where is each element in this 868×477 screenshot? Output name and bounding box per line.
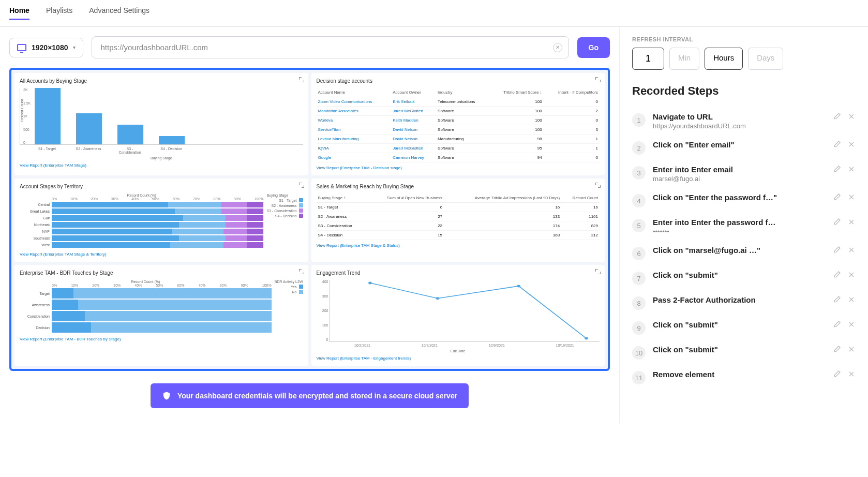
step-item[interactable]: 7Click on "submit" <box>632 265 856 290</box>
step-number: 5 <box>632 219 646 232</box>
line-chart: 4003002001000 <box>329 280 600 342</box>
edit-icon[interactable] <box>833 370 841 378</box>
step-title: Navigate to URL <box>653 112 826 121</box>
clear-url-icon[interactable]: ✕ <box>553 43 562 52</box>
close-icon[interactable] <box>847 295 856 304</box>
step-subtitle: marsel@fugo.ai <box>653 175 826 183</box>
shield-icon <box>162 391 171 401</box>
refresh-unit-hours[interactable]: Hours <box>705 48 743 70</box>
close-icon[interactable] <box>847 370 856 378</box>
go-button[interactable]: Go <box>577 37 610 58</box>
view-report-link[interactable]: View Report (Enterprise TAM Stage) <box>20 163 303 168</box>
expand-icon[interactable] <box>299 183 304 188</box>
close-icon[interactable] <box>847 165 856 173</box>
svg-point-2 <box>517 285 520 287</box>
close-icon[interactable] <box>847 112 856 121</box>
edit-icon[interactable] <box>833 140 841 148</box>
nav-advanced-settings[interactable]: Advanced Settings <box>89 6 149 20</box>
nav-playlists[interactable]: Playlists <box>46 6 72 20</box>
view-report-link[interactable]: View Report (Enterprise TAM - Engagement… <box>317 356 600 361</box>
expand-icon[interactable] <box>299 269 304 274</box>
step-item[interactable]: 4Click on "Enter the password f…" <box>632 188 856 213</box>
refresh-unit-min[interactable]: Min <box>669 48 699 70</box>
card-all-accounts-by-stage: All Accounts by Buying Stage 2K1.5K1K500… <box>14 73 308 175</box>
dashboard-preview: All Accounts by Buying Stage 2K1.5K1K500… <box>9 68 610 371</box>
step-item[interactable]: 10Click on "submit" <box>632 340 856 365</box>
expand-icon[interactable] <box>595 269 601 274</box>
close-icon[interactable] <box>847 320 856 329</box>
resolution-select[interactable]: 1920×1080 ▾ <box>9 38 83 57</box>
step-item[interactable]: 8Pass 2-Factor Authorization <box>632 290 856 315</box>
step-item[interactable]: 3Enter into Enter emailmarsel@fugo.ai <box>632 160 856 188</box>
step-number: 3 <box>632 166 646 180</box>
step-item[interactable]: 5Enter into Enter the password f…••••••• <box>632 213 856 241</box>
reach-table: Buying Stage ↑Sum of # Open New Business… <box>317 193 600 240</box>
right-panel: REFRESH INTERVAL Min Hours Days Recorded… <box>620 27 868 424</box>
edit-icon[interactable] <box>833 271 841 279</box>
step-item[interactable]: 9Click on "submit" <box>632 315 856 340</box>
steps-list: 1Navigate to URLhttps://yourdashboardURL… <box>632 107 856 390</box>
view-report-link[interactable]: View Report (Enterprise TAM - BDR Touche… <box>20 337 303 341</box>
step-number: 7 <box>632 272 646 285</box>
step-title: Click on "submit" <box>653 271 826 279</box>
url-input[interactable] <box>100 43 547 52</box>
nav-home[interactable]: Home <box>9 6 29 20</box>
edit-icon[interactable] <box>833 295 841 304</box>
banner-text: Your dashboard credentials will be encry… <box>177 392 457 400</box>
step-title: Click on "Enter the password f…" <box>653 193 826 202</box>
step-subtitle: ••••••• <box>653 228 826 235</box>
view-report-link[interactable]: View Report (Enterprise TAM Stage & Stat… <box>317 243 600 248</box>
card-title: Account Stages by Territory <box>20 184 303 189</box>
view-report-link[interactable]: View Report (Enterprise TAM Stage & Terr… <box>20 252 303 257</box>
step-number: 1 <box>632 113 646 127</box>
expand-icon[interactable] <box>595 77 601 82</box>
accounts-table: Account NameAccount OwnerIndustryTriblio… <box>317 88 600 162</box>
resolution-value: 1920×1080 <box>32 43 68 52</box>
refresh-value-input[interactable] <box>632 48 664 70</box>
close-icon[interactable] <box>847 271 856 279</box>
step-title: Click on "Enter email" <box>653 140 826 149</box>
edit-icon[interactable] <box>833 345 841 353</box>
close-icon[interactable] <box>847 140 856 148</box>
edit-icon[interactable] <box>833 320 841 329</box>
x-axis-labels: S1 - TargetS2 - AwarenessS3 - Considerat… <box>20 147 303 154</box>
x-axis-labels: 10/2/202110/3/202110/9/202110/16/2021 <box>329 344 600 347</box>
step-title: Enter into Enter email <box>653 165 826 174</box>
edit-icon[interactable] <box>833 218 841 226</box>
step-item[interactable]: 6Click on "marsel@fugo.ai …" <box>632 241 856 265</box>
expand-icon[interactable] <box>595 183 601 188</box>
top-nav: Home Playlists Advanced Settings <box>0 0 868 27</box>
axis-title: Record Count (%) <box>20 280 272 284</box>
step-item[interactable]: 2Click on "Enter email" <box>632 135 856 160</box>
card-account-stages-by-territory: Account Stages by Territory Record Count… <box>14 178 308 262</box>
card-title: All Accounts by Buying Stage <box>20 78 303 84</box>
edit-icon[interactable] <box>833 193 841 201</box>
card-title: Engagement Trend <box>317 270 600 276</box>
step-item[interactable]: 11Remove element <box>632 365 856 390</box>
card-title: Sales & Marketing Reach by Buying Stage <box>317 184 600 189</box>
axis-title: Record Count (%) <box>20 193 264 197</box>
close-icon[interactable] <box>847 193 856 201</box>
svg-point-0 <box>368 281 372 284</box>
edit-icon[interactable] <box>833 165 841 173</box>
svg-point-3 <box>585 337 588 340</box>
step-number: 10 <box>632 346 646 360</box>
step-title: Pass 2-Factor Authorization <box>653 295 826 304</box>
card-engagement-trend: Engagement Trend 4003002001000 10/2/2021… <box>311 265 605 366</box>
step-title: Enter into Enter the password f… <box>653 218 826 227</box>
url-field[interactable]: ✕ <box>92 36 568 58</box>
step-item[interactable]: 1Navigate to URLhttps://yourdashboardURL… <box>632 107 856 135</box>
close-icon[interactable] <box>847 246 856 254</box>
edit-icon[interactable] <box>833 112 841 121</box>
view-report-link[interactable]: View Report (Enterprise TAM - Decision s… <box>317 166 600 170</box>
close-icon[interactable] <box>847 345 856 353</box>
expand-icon[interactable] <box>299 77 304 82</box>
card-decision-stage-accounts: Decision stage accounts Account NameAcco… <box>311 73 605 175</box>
step-title: Click on "submit" <box>653 345 826 354</box>
refresh-unit-days[interactable]: Days <box>748 48 783 70</box>
x-axis-title: Edit Date <box>317 349 600 353</box>
close-icon[interactable] <box>847 218 856 226</box>
edit-icon[interactable] <box>833 246 841 254</box>
credentials-banner: Your dashboard credentials will be encry… <box>151 383 469 408</box>
step-title: Remove element <box>653 370 826 379</box>
